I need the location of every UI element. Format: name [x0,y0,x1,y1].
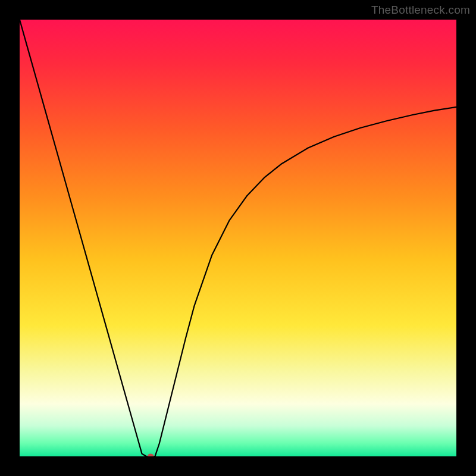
watermark-text: TheBottleneck.com [371,4,470,17]
chart-frame: TheBottleneck.com [0,0,476,476]
chart-svg [20,20,456,456]
chart-background [20,20,456,456]
chart-plot-area [20,20,456,456]
